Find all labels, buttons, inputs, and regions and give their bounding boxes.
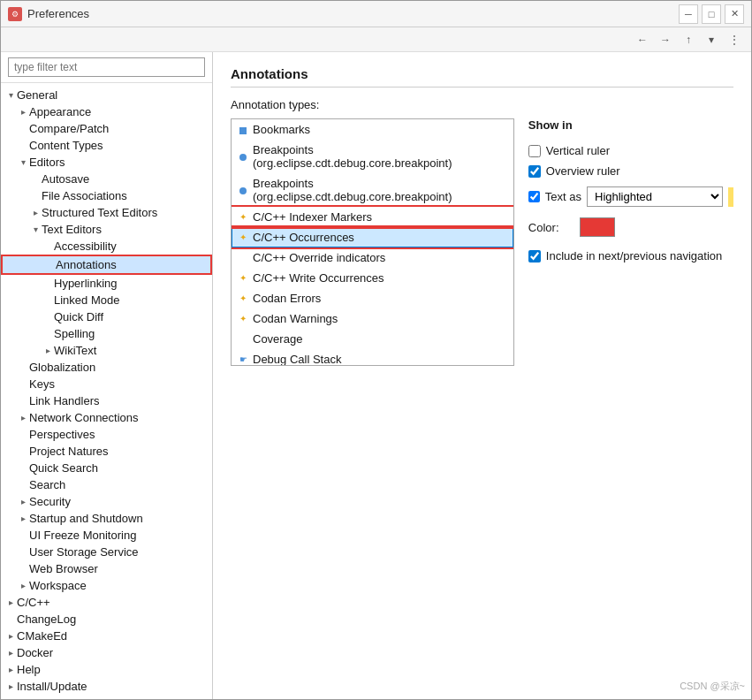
back-button[interactable]: ← <box>633 30 652 49</box>
tree-item-cmake[interactable]: ▸CMakeEd <box>1 628 212 644</box>
tree-label-file-associations: File Associations <box>42 189 127 202</box>
tree-item-annotations[interactable]: Annotations <box>1 255 212 275</box>
minimize-button[interactable]: ─ <box>679 4 698 24</box>
tree-item-autosave[interactable]: Autosave <box>1 171 212 187</box>
tree-arrow-wikitext: ▸ <box>42 346 54 355</box>
app-icon: ⚙ <box>8 7 22 21</box>
tree-arrow-general: ▾ <box>4 90 17 100</box>
tree-item-workspace[interactable]: ▸Workspace <box>1 577 212 594</box>
include-nav-label[interactable]: Include in next/previous navigation <box>546 249 722 262</box>
tree-item-structured-text-editors[interactable]: ▸Structured Text Editors <box>1 204 212 221</box>
tree-label-workspace: Workspace <box>29 579 87 592</box>
tree-item-docker[interactable]: ▸Docker <box>1 644 212 661</box>
annotation-types-label: Annotation types: <box>231 98 733 111</box>
tree-item-link-handlers[interactable]: Link Handlers <box>1 392 212 409</box>
tree-label-perspectives: Perspectives <box>29 428 95 441</box>
annotation-item-breakpoints-cdt1[interactable]: Breakpoints (org.eclipse.cdt.debug.core.… <box>232 140 513 173</box>
tree-item-linked-mode[interactable]: Linked Mode <box>1 292 212 308</box>
tree-label-docker: Docker <box>17 646 53 659</box>
tree-item-hyperlinking[interactable]: Hyperlinking <box>1 275 212 292</box>
tree-item-quick-diff[interactable]: Quick Diff <box>1 308 212 325</box>
annotation-item-codan-errors[interactable]: ✦Codan Errors <box>232 288 513 308</box>
annotation-item-coverage[interactable]: Coverage <box>232 329 513 349</box>
tree-arrow-changelog <box>4 614 17 624</box>
tree-label-linked-mode: Linked Mode <box>54 293 119 307</box>
annotation-item-write-occurrences[interactable]: ✦C/C++ Write Occurrences <box>232 268 513 288</box>
tree-label-cpp: C/C++ <box>17 596 50 609</box>
menu-button[interactable]: ▾ <box>702 30 721 49</box>
text-as-select[interactable]: HighlightedBoxUnderlineSquigglesProblem … <box>587 186 723 207</box>
tree-label-project-natures: Project Natures <box>29 445 109 458</box>
tree-arrow-autosave <box>29 174 42 184</box>
show-in-section: Show in Vertical ruler Overview ruler Te… <box>528 118 733 380</box>
tree-arrow-hyperlinking <box>42 278 54 288</box>
tree-item-json-editor[interactable]: JSON Editor <box>1 695 212 699</box>
maximize-button[interactable]: □ <box>702 4 721 24</box>
tree-item-ui-freeze[interactable]: UI Freeze Monitoring <box>1 527 212 544</box>
color-row: Color: <box>528 217 733 237</box>
annotation-item-breakpoints-cdt2[interactable]: Breakpoints (org.eclipse.cdt.debug.core.… <box>232 173 513 207</box>
tree-arrow-annotations <box>43 260 56 270</box>
overview-ruler-label[interactable]: Overview ruler <box>546 164 620 178</box>
tree-item-perspectives[interactable]: Perspectives <box>1 426 212 443</box>
annotation-item-debug-call-stack[interactable]: ☛Debug Call Stack <box>232 349 513 366</box>
include-nav-checkbox[interactable] <box>528 250 541 262</box>
tree-item-quick-search[interactable]: Quick Search <box>1 460 212 476</box>
up-button[interactable]: ↑ <box>679 30 698 49</box>
annotation-list-container: BookmarksBreakpoints (org.eclipse.cdt.de… <box>231 118 514 366</box>
annotation-item-override-indicators[interactable]: C/C++ Override indicators <box>232 247 513 268</box>
tree-item-user-storage[interactable]: User Storage Service <box>1 544 212 560</box>
tree-item-changelog[interactable]: ChangeLog <box>1 611 212 628</box>
vertical-ruler-checkbox[interactable] <box>528 145 541 157</box>
annotation-item-codan-warnings[interactable]: ✦Codan Warnings <box>232 308 513 329</box>
text-as-label[interactable]: Text as <box>545 190 581 203</box>
tree-arrow-link-handlers <box>17 396 29 406</box>
tree-item-keys[interactable]: Keys <box>1 376 212 392</box>
tree-item-install-update[interactable]: ▸Install/Update <box>1 678 212 695</box>
tree-item-security[interactable]: ▸Security <box>1 493 212 510</box>
annotation-dot-breakpoints-cdt2 <box>238 184 248 197</box>
tree-item-search[interactable]: Search <box>1 476 212 493</box>
forward-button[interactable]: → <box>656 30 675 49</box>
tree-arrow-editors: ▾ <box>17 157 29 167</box>
tree-arrow-globalization <box>17 362 29 372</box>
tree-arrow-compare-patch <box>17 124 29 133</box>
more-button[interactable]: ⋮ <box>725 30 744 49</box>
color-swatch[interactable] <box>580 217 615 237</box>
tree-label-web-browser: Web Browser <box>29 562 98 575</box>
annotation-item-occurrences[interactable]: ✦C/C++ Occurrences <box>232 227 513 247</box>
tree-item-spelling[interactable]: Spelling <box>1 325 212 342</box>
annotation-label-bookmarks: Bookmarks <box>253 123 310 136</box>
tree-item-help[interactable]: ▸Help <box>1 661 212 678</box>
tree-item-network-connections[interactable]: ▸Network Connections <box>1 409 212 426</box>
vertical-ruler-label[interactable]: Vertical ruler <box>546 144 610 157</box>
annotation-dot-codan-errors: ✦ <box>238 293 248 303</box>
tree-item-web-browser[interactable]: Web Browser <box>1 560 212 577</box>
tree-label-accessibility: Accessibility <box>54 240 117 253</box>
tree-item-project-natures[interactable]: Project Natures <box>1 443 212 460</box>
text-as-checkbox[interactable] <box>528 191 540 202</box>
annotation-item-bookmarks[interactable]: Bookmarks <box>232 119 513 140</box>
right-panel: Annotations Annotation types: BookmarksB… <box>213 52 751 699</box>
tree-item-content-types[interactable]: Content Types <box>1 137 212 154</box>
tree-arrow-security: ▸ <box>17 497 29 506</box>
overview-ruler-checkbox[interactable] <box>528 165 541 178</box>
tree-item-appearance[interactable]: ▸Appearance <box>1 103 212 120</box>
annotation-label-write-occurrences: C/C++ Write Occurrences <box>253 271 384 285</box>
tree-item-cpp[interactable]: ▸C/C++ <box>1 594 212 611</box>
tree-label-globalization: Globalization <box>29 361 95 374</box>
filter-input[interactable] <box>8 57 205 77</box>
tree-item-accessibility[interactable]: Accessibility <box>1 238 212 255</box>
tree-item-text-editors[interactable]: ▾Text Editors <box>1 221 212 238</box>
tree-item-globalization[interactable]: Globalization <box>1 359 212 376</box>
tree-arrow-file-associations <box>29 191 42 201</box>
close-button[interactable]: ✕ <box>725 4 744 24</box>
tree-item-file-associations[interactable]: File Associations <box>1 187 212 204</box>
tree-item-wikitext[interactable]: ▸WikiText <box>1 342 212 359</box>
tree-item-editors[interactable]: ▾Editors <box>1 154 212 171</box>
tree-item-general[interactable]: ▾General <box>1 87 212 103</box>
tree-item-startup-shutdown[interactable]: ▸Startup and Shutdown <box>1 510 212 527</box>
tree-item-compare-patch[interactable]: Compare/Patch <box>1 120 212 137</box>
annotation-item-indexer-markers[interactable]: ✦C/C++ Indexer Markers <box>232 207 513 227</box>
annotation-label-codan-errors: Codan Errors <box>253 292 321 305</box>
